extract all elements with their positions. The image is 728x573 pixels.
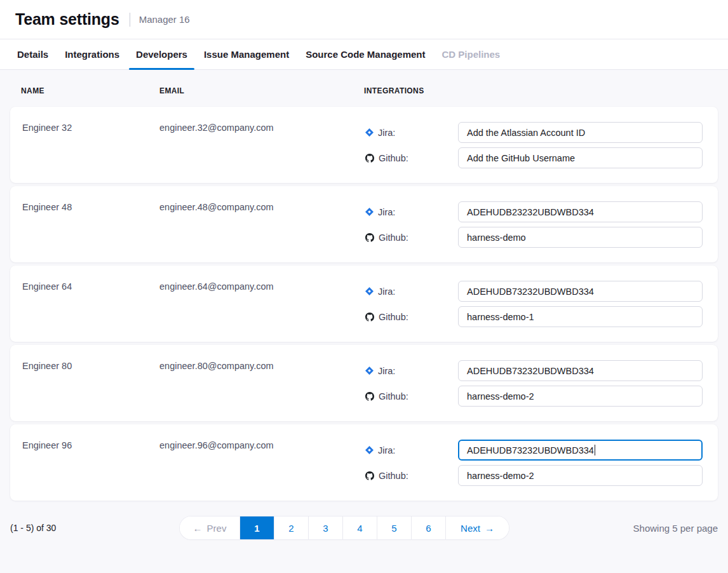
jira-label-text: Jira:	[378, 366, 395, 376]
arrow-left-icon: ←	[193, 523, 203, 534]
next-label: Next	[461, 523, 480, 534]
input-text: harness-demo-2	[467, 471, 534, 481]
page-button-2[interactable]: 2	[274, 516, 308, 539]
table-row: Engineer 48 engineer.48@company.com Jira…	[10, 186, 718, 262]
input-text: harness-demo-1	[467, 312, 534, 322]
input-text: ADEHUDB73232UBDWBD334	[467, 445, 594, 455]
github-username-input[interactable]: harness-demo-1	[458, 306, 703, 327]
per-page-text: Showing 5 per page	[509, 523, 718, 534]
tab-source-code-management[interactable]: Source Code Management	[299, 39, 432, 69]
github-label: Github:	[364, 391, 458, 401]
github-icon	[365, 313, 374, 321]
integrations-cell: Jira: ADEHUDB73232UBDWBD334 Github: harn…	[364, 424, 703, 501]
input-text: harness-demo	[467, 233, 526, 243]
github-icon	[365, 154, 374, 163]
column-header-name: NAME	[21, 86, 159, 95]
github-label-text: Github:	[379, 391, 408, 401]
jira-label-text: Jira:	[378, 286, 395, 297]
jira-label: Jira:	[364, 207, 458, 217]
github-label: Github:	[364, 471, 458, 481]
table-row: Engineer 64 engineer.64@company.com Jira…	[10, 266, 718, 342]
jira-account-input[interactable]: ADEHUDB73232UBDWBD334	[458, 281, 703, 302]
page-button-1[interactable]: 1	[239, 516, 274, 539]
page-subtitle: Manager 16	[139, 14, 190, 25]
jira-integration-row: Jira: ADEHUDB73232UBDWBD334	[364, 281, 703, 302]
pager: ← Prev 1 2 3 4 5 6 Next →	[180, 516, 509, 539]
jira-account-input-focused[interactable]: ADEHUDB73232UBDWBD334	[458, 440, 703, 461]
tab-cd-pipelines: CD Pipelines	[435, 39, 508, 69]
tab-details[interactable]: Details	[10, 39, 55, 69]
page-button-6[interactable]: 6	[411, 516, 445, 539]
github-username-input[interactable]: Add the GitHub Username	[458, 147, 703, 168]
table-row: Engineer 96 engineer.96@company.com Jira…	[10, 424, 718, 501]
jira-label: Jira:	[364, 286, 458, 297]
page-header: Team settings Manager 16	[0, 0, 728, 39]
jira-label: Jira:	[364, 366, 458, 376]
jira-integration-row: Jira: ADEHUDB73232UBDWBD334	[364, 360, 703, 381]
next-page-button[interactable]: Next →	[445, 516, 509, 539]
input-text: ADEHUDB73232UBDWBD334	[467, 366, 594, 376]
tab-bar: Details Integrations Developers Issue Ma…	[0, 39, 728, 70]
text-caret	[595, 445, 596, 455]
page-button-5[interactable]: 5	[377, 516, 411, 539]
jira-integration-row: Jira: ADEHUDB73232UBDWBD334	[364, 440, 703, 461]
title-divider	[130, 13, 130, 27]
developer-name: Engineer 32	[22, 107, 159, 183]
developer-name: Engineer 96	[22, 424, 159, 501]
arrow-right-icon: →	[485, 523, 494, 534]
github-username-input[interactable]: harness-demo	[458, 227, 703, 248]
prev-label: Prev	[207, 523, 227, 534]
github-username-input[interactable]: harness-demo-2	[458, 386, 703, 407]
github-integration-row: Github: harness-demo-1	[364, 306, 703, 327]
github-label: Github:	[364, 233, 458, 243]
input-text: ADEHUDB73232UBDWBD334	[467, 286, 594, 297]
page-button-4[interactable]: 4	[342, 516, 377, 539]
jira-icon	[365, 128, 374, 137]
input-text: harness-demo-2	[467, 391, 534, 401]
tab-developers[interactable]: Developers	[129, 39, 194, 69]
developer-email: engineer.80@company.com	[159, 345, 364, 421]
github-icon	[365, 392, 374, 401]
github-username-input[interactable]: harness-demo-2	[458, 465, 703, 486]
column-header-email: EMAIL	[159, 86, 364, 95]
developer-name: Engineer 64	[22, 266, 159, 342]
github-label-text: Github:	[379, 233, 408, 243]
tab-issue-management[interactable]: Issue Management	[197, 39, 296, 69]
jira-icon	[365, 367, 374, 375]
github-integration-row: Github: Add the GitHub Username	[364, 147, 703, 168]
jira-account-input[interactable]: ADEHUDB73232UBDWBD334	[458, 360, 703, 381]
developer-name: Engineer 48	[22, 186, 159, 262]
jira-integration-row: Jira: Add the Atlassian Account ID	[364, 122, 703, 143]
input-text: ADEHUDB23232UBDWBD334	[467, 207, 594, 217]
jira-label: Jira:	[364, 128, 458, 138]
developer-email: engineer.64@company.com	[159, 266, 364, 342]
developer-name: Engineer 80	[22, 345, 159, 421]
jira-icon	[365, 287, 374, 295]
column-header-integrations: INTEGRATIONS	[364, 86, 713, 95]
jira-icon	[365, 208, 374, 216]
pagination-range: (1 - 5) of 30	[10, 523, 180, 533]
github-label-text: Github:	[379, 312, 408, 322]
github-integration-row: Github: harness-demo	[364, 227, 703, 248]
github-label: Github:	[364, 312, 458, 322]
github-icon	[365, 471, 374, 480]
jira-label: Jira:	[364, 445, 458, 455]
jira-icon	[365, 446, 374, 454]
jira-label-text: Jira:	[378, 445, 395, 455]
integrations-cell: Jira: ADEHUDB73232UBDWBD334 Github: harn…	[364, 266, 703, 342]
page-button-3[interactable]: 3	[308, 516, 342, 539]
table-row: Engineer 32 engineer.32@company.com Jira…	[10, 107, 718, 183]
prev-page-button[interactable]: ← Prev	[180, 516, 239, 539]
developer-email: engineer.48@company.com	[159, 186, 364, 262]
github-label: Github:	[364, 153, 458, 163]
jira-account-input[interactable]: Add the Atlassian Account ID	[458, 122, 703, 143]
jira-label-text: Jira:	[378, 128, 395, 138]
github-label-text: Github:	[379, 153, 408, 163]
github-integration-row: Github: harness-demo-2	[364, 465, 703, 486]
jira-account-input[interactable]: ADEHUDB23232UBDWBD334	[458, 201, 703, 222]
developer-email: engineer.96@company.com	[159, 424, 364, 501]
tab-integrations[interactable]: Integrations	[58, 39, 126, 69]
input-text: Add the Atlassian Account ID	[467, 128, 585, 138]
pagination-bar: (1 - 5) of 30 ← Prev 1 2 3 4 5 6 Next → …	[10, 516, 718, 539]
github-icon	[365, 233, 374, 242]
